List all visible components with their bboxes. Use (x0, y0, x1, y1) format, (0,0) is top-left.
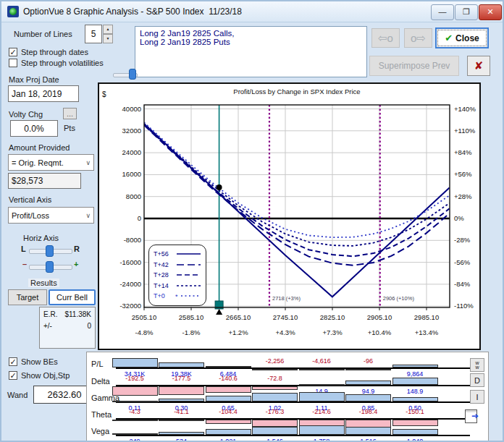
greeks-button-i[interactable]: I (470, 390, 484, 404)
amount-value-field[interactable]: $28,573 (8, 173, 81, 189)
x-axis-percent-label: -4.8% (135, 328, 154, 336)
greek-bar (159, 362, 204, 367)
slider-plus-label: + (74, 260, 78, 268)
horiz-axis-slider-thumb[interactable] (46, 245, 54, 257)
step-through-volatilities-checkbox[interactable] (9, 59, 17, 67)
vertical-axis-select[interactable]: Profit/Loss ∨ (8, 207, 94, 224)
show-bes-checkbox[interactable]: ✓ (9, 357, 17, 366)
greek-bar (345, 394, 391, 401)
x-axis-price-label: 2505.10 (132, 313, 156, 321)
volty-more-button[interactable]: ... (63, 108, 77, 119)
step-through-dates-label: Step through dates (21, 48, 88, 56)
greek-bar (112, 433, 158, 435)
time-step-slider-thumb[interactable] (129, 69, 136, 80)
y-axis-percent-label: -110% (454, 302, 474, 310)
x-axis-price-label: 2825.10 (320, 313, 345, 321)
legend-line-sample-icon (175, 282, 201, 289)
legend-entry-t+42: T+42 (154, 260, 201, 271)
number-of-lines-input[interactable]: 5 (85, 25, 102, 43)
volty-chg-input[interactable]: 0.0% (10, 120, 58, 137)
amount-provided-value: = Orig. Reqmt. (12, 158, 64, 167)
greek-bar (299, 392, 345, 401)
y-axis-dollar-label: 40000 (122, 105, 141, 113)
y-axis-dollar-label: -32000 (119, 302, 141, 310)
vertical-axis-value: Profit/Loss (12, 211, 49, 220)
amount-provided-select[interactable]: = Orig. Reqmt. ∨ (8, 154, 94, 171)
y-axis-percent-label: +110% (454, 127, 476, 135)
legend-label: T+0 (154, 292, 165, 299)
legend-label: T+28 (154, 271, 169, 279)
close-window-button[interactable]: ✕ (479, 4, 502, 20)
breakeven-label: 2906 (+10%) (383, 295, 415, 302)
er-label: E.R. (43, 310, 57, 318)
curr-bell-button[interactable]: Curr Bell (49, 289, 96, 305)
greek-bar (392, 365, 438, 367)
profit-loss-chart[interactable]: Profit/Loss by Change in SPX Index Price… (98, 82, 481, 350)
optionvue-graphic-analysis-window: OptionVue 8 Graphic Analysis - S&P 500 I… (0, 0, 504, 442)
target-button[interactable]: Target (8, 289, 47, 305)
greeks-button-w[interactable]: ww (470, 358, 484, 372)
greek-value: -140.6 (205, 375, 251, 382)
greek-row-baseline (116, 435, 470, 436)
greek-value: 1,546 (252, 438, 298, 442)
y-axis-percent-label: -56% (454, 258, 471, 266)
y-axis-dollar-label: 0 (138, 214, 141, 222)
greek-value: -198.4 (345, 408, 392, 415)
greek-value: -150.1 (392, 408, 438, 415)
greek-bar (159, 432, 204, 435)
greek-value: 534 (159, 438, 205, 442)
prev-graph-button[interactable]: ⇦o (371, 28, 400, 48)
curve-t+28[interactable] (144, 124, 450, 256)
greek-row-label-theta: Theta (91, 410, 112, 419)
zoom-slider-thumb[interactable] (46, 261, 54, 273)
greek-value: -4,616 (298, 357, 345, 365)
strategy-line-2: Long 2 Jan19 2825 Puts (140, 38, 362, 46)
cancel-x-button[interactable]: ✘ (467, 56, 490, 76)
x-axis-price-label: 2745.10 (273, 313, 298, 321)
next-graph-button[interactable]: o⇨ (404, 28, 432, 48)
app-icon (7, 6, 19, 17)
legend-line-sample-icon (175, 271, 201, 279)
results-label: Results (28, 279, 59, 287)
vertical-axis-label: Vertical Axis (9, 195, 51, 204)
greek-bar (112, 401, 158, 402)
greek-value: -176.3 (252, 408, 298, 415)
x-axis-price-label: 2665.10 (226, 313, 251, 321)
x-axis-percent-label: -1.8% (182, 328, 201, 336)
superimpose-prev-button[interactable]: Superimpose Prev (369, 56, 459, 76)
greek-row-label-delta: Delta (91, 377, 110, 386)
legend-line-sample-icon (175, 261, 201, 268)
wand-label: Wand (7, 391, 28, 399)
step-through-dates-checkbox[interactable]: ✓ (9, 48, 17, 56)
max-proj-date-input[interactable]: Jan 18, 2019 (8, 85, 79, 102)
greek-row-label-vega: Vega (91, 427, 109, 435)
y-axis-percent-label: -84% (454, 280, 471, 288)
step-through-volatilities-label: Step through volatilities (21, 59, 104, 67)
pts-label: Pts (64, 124, 75, 132)
lines-spin-up-icon[interactable]: ▲ (103, 25, 113, 34)
greeks-button-d[interactable]: D (470, 373, 484, 387)
plusminus-value: 0 (87, 322, 91, 330)
greek-bar (345, 381, 391, 385)
lines-spin-down-icon[interactable]: ▼ (103, 34, 113, 43)
greek-bar (112, 420, 158, 421)
greek-bar (159, 399, 204, 401)
maximize-button[interactable]: ❐ (455, 4, 478, 20)
curve-t+0[interactable] (144, 122, 450, 237)
greek-bar (206, 386, 251, 393)
legend-entry-t+14: T+14 (154, 281, 201, 292)
close-button[interactable]: ✔ Close (435, 27, 489, 48)
greek-value: -177.5 (159, 375, 205, 382)
greeks-panel: P/L34.31K19.38K6,484-2,256-4,616-969,864… (86, 352, 489, 441)
greek-bar (159, 420, 204, 421)
legend-line-sample-icon: * (175, 292, 201, 299)
strategy-description-box[interactable]: Long 2 Jan19 2825 Calls, Long 2 Jan19 28… (135, 26, 367, 77)
curve-t+14[interactable] (144, 124, 450, 246)
show-obj-stp-checkbox[interactable]: ✓ (9, 371, 17, 380)
y-axis-percent-label: +84% (454, 148, 472, 156)
greek-bar (206, 420, 251, 424)
greek-value: 1,040 (392, 438, 438, 442)
greek-value: -2,256 (252, 357, 298, 365)
minimize-button[interactable]: — (431, 4, 454, 20)
current-price-dot (217, 184, 222, 190)
